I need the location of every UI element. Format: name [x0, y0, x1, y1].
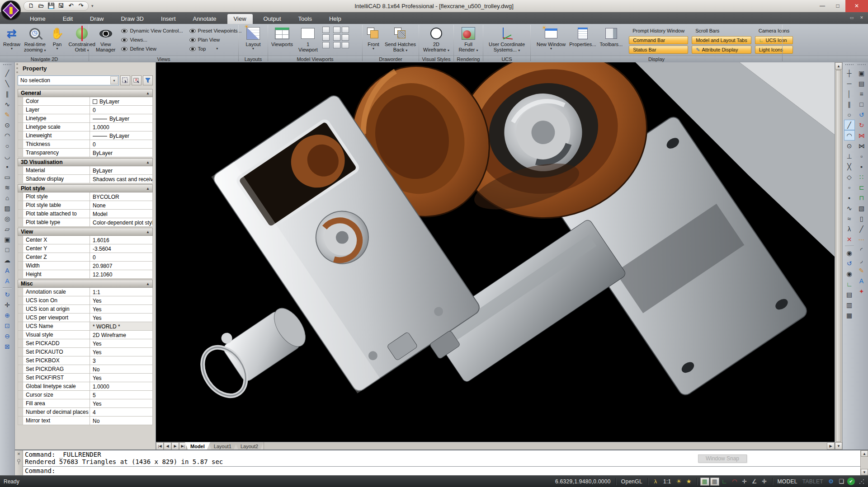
- property-row-ucs-per-viewport[interactable]: UCS per viewportYes: [18, 314, 153, 322]
- pan-tool-icon[interactable]: ✛: [2, 300, 13, 310]
- resize-grip[interactable]: [859, 479, 864, 484]
- property-value[interactable]: 0: [90, 140, 152, 148]
- property-row-set-pickdrag[interactable]: Set PICKDRAGNo: [18, 365, 153, 374]
- annotation-person-icon[interactable]: λ: [651, 478, 660, 486]
- property-row-center-z[interactable]: Center Z0: [18, 253, 153, 262]
- mirror-3d-icon[interactable]: ⋈: [856, 140, 867, 151]
- collapse-arrow-icon[interactable]: ▲: [146, 187, 150, 191]
- chamfer-icon[interactable]: ◞: [856, 255, 867, 265]
- one-viewport-button[interactable]: 1 Viewport: [297, 25, 320, 52]
- zoom-out-tool-icon[interactable]: ⊖: [2, 331, 13, 341]
- views-item-define-view[interactable]: Define View: [121, 44, 183, 53]
- multiline-tool-icon[interactable]: ∥: [2, 89, 13, 99]
- send-hatches-back-button[interactable]: Send Hatches Back ▾: [383, 25, 418, 52]
- snap-endpoint-icon[interactable]: ─: [844, 78, 855, 89]
- freehand-sketch-tool-icon[interactable]: ✎: [2, 109, 13, 120]
- circle-tool-icon[interactable]: ⊙: [2, 120, 13, 130]
- properties-button[interactable]: Properties...: [567, 25, 598, 47]
- dropdown-arrow-icon[interactable]: ▾: [44, 48, 46, 52]
- select-window-icon[interactable]: ▫: [856, 151, 867, 161]
- pin-icon[interactable]: [17, 459, 20, 462]
- run-person-icon[interactable]: λ: [844, 224, 855, 234]
- ellipse-tool-icon[interactable]: ○: [2, 140, 13, 151]
- property-row-mirror-text[interactable]: Mirror textNo: [18, 417, 153, 425]
- preset-views-icon[interactable]: ◉: [844, 268, 855, 279]
- annotation-auto-icon[interactable]: ★: [684, 478, 693, 486]
- snap-line-icon[interactable]: ╱: [844, 120, 855, 130]
- section-header-3d-visualisation[interactable]: 3D Visualisation▲: [18, 158, 153, 166]
- text-edit-icon[interactable]: A: [856, 276, 867, 286]
- view-box-iso-icon[interactable]: ▦: [844, 310, 855, 320]
- grid-display-icon[interactable]: ▦: [710, 478, 719, 486]
- property-value[interactable]: ByLayer: [90, 97, 152, 105]
- property-value[interactable]: None: [90, 201, 152, 209]
- property-row-number-of-decimal-places[interactable]: Number of decimal places4: [18, 408, 153, 417]
- property-value[interactable]: 4: [90, 408, 152, 416]
- property-row-height[interactable]: Height12.1060: [18, 270, 153, 279]
- display-toggle-command-bar[interactable]: Command Bar: [629, 36, 688, 44]
- hscroll-right-arrow[interactable]: ▶: [827, 442, 835, 450]
- snap-center-icon[interactable]: ⊙: [844, 140, 855, 151]
- property-value[interactable]: 1:1: [90, 288, 152, 296]
- ellipse-arc-tool-icon[interactable]: ◡: [2, 151, 13, 161]
- array-polar-icon[interactable]: ⊓: [856, 192, 867, 203]
- coordinates-readout[interactable]: 6.6329,1.9480,0.0000: [553, 478, 613, 485]
- spline-tool-icon[interactable]: ∿: [2, 99, 13, 109]
- views-item-views[interactable]: Views...: [121, 35, 183, 44]
- snap-parallel-icon[interactable]: ∥: [844, 99, 855, 109]
- viewport-unlock-icon[interactable]: [333, 34, 340, 41]
- views-item-preset-viewpoints[interactable]: Preset Viewpoints...: [189, 26, 242, 35]
- property-value[interactable]: Yes: [90, 348, 152, 356]
- property-value[interactable]: ByLayer: [90, 131, 152, 140]
- section-header-general[interactable]: General▲: [18, 89, 153, 97]
- property-value[interactable]: ByLayer: [90, 114, 152, 122]
- copy-icon[interactable]: ▣: [856, 68, 867, 78]
- property-row-transparency[interactable]: TransparencyByLayer: [18, 149, 153, 157]
- vscroll-thumb[interactable]: [836, 70, 841, 442]
- property-value[interactable]: 2D Wireframe: [90, 331, 152, 339]
- renderer-label[interactable]: OpenGL: [619, 478, 644, 485]
- snap-nearest-icon[interactable]: ∿: [844, 203, 855, 213]
- property-row-material[interactable]: MaterialByLayer: [18, 166, 153, 175]
- command-input[interactable]: Command:: [23, 466, 860, 475]
- property-value[interactable]: Yes: [90, 305, 152, 313]
- property-value[interactable]: Color-dependent plot style: [90, 218, 152, 226]
- full-render-button[interactable]: Full Render ▾: [457, 25, 480, 52]
- mdi-close-button[interactable]: ✕: [858, 14, 865, 21]
- toolbar-grip[interactable]: [845, 64, 854, 66]
- snap-from-icon[interactable]: ┼: [844, 68, 855, 78]
- draworder-front-button[interactable]: Front ▾: [364, 25, 383, 51]
- viewport-two-vertical-icon[interactable]: [322, 27, 330, 33]
- dropdown-arrow-icon[interactable]: ▾: [448, 48, 449, 52]
- viewport-restore-icon[interactable]: [342, 42, 349, 48]
- construction-line-tool-icon[interactable]: ╲: [2, 78, 13, 89]
- menu-tab-tools[interactable]: Tools: [292, 14, 318, 24]
- wipeout-tool-icon[interactable]: ▱: [2, 224, 13, 234]
- lwt-icon[interactable]: ✚: [760, 478, 769, 486]
- extrude-icon[interactable]: ▧: [856, 203, 867, 213]
- property-value[interactable]: 12.1060: [90, 270, 152, 278]
- viewport-off-icon[interactable]: [342, 34, 349, 41]
- esnap-icon[interactable]: ✛: [740, 478, 749, 486]
- property-value[interactable]: 0: [90, 106, 152, 114]
- property-value[interactable]: BYCOLOR: [90, 192, 152, 201]
- select-crossing-icon[interactable]: ▪: [856, 161, 867, 172]
- property-row-set-pickauto[interactable]: Set PICKAUTOYes: [18, 348, 153, 356]
- view-box-front-icon[interactable]: ▥: [844, 300, 855, 310]
- display-toggle-attribute-display[interactable]: Attribute Display: [692, 46, 751, 54]
- property-row-center-x[interactable]: Center X1.6016: [18, 236, 153, 244]
- scroll-up-arrow-icon[interactable]: ▲: [861, 450, 868, 457]
- display-toggle-model-and-layout-tabs[interactable]: Model and Layout Tabs: [692, 36, 751, 44]
- property-row-width[interactable]: Width20.9807: [18, 262, 153, 270]
- property-value[interactable]: ByLayer: [90, 166, 152, 174]
- text-tool-icon[interactable]: A: [2, 265, 13, 276]
- property-row-plot-table-type[interactable]: Plot table typeColor-dependent plot styl…: [18, 218, 153, 227]
- views-item-dynamic-view-control[interactable]: Dynamic View Control...: [121, 26, 183, 35]
- dropdown-arrow-icon[interactable]: ▾: [216, 47, 218, 51]
- redraw-tool-icon[interactable]: ↻: [2, 289, 13, 300]
- property-value[interactable]: Yes: [90, 296, 152, 304]
- menu-tab-edit[interactable]: Edit: [57, 14, 79, 24]
- toolbars-button[interactable]: Toolbars...: [598, 25, 625, 47]
- property-row-ucs-icon-at-origin[interactable]: UCS icon at originYes: [18, 305, 153, 314]
- annotation-scale-value[interactable]: 1:1: [661, 478, 673, 485]
